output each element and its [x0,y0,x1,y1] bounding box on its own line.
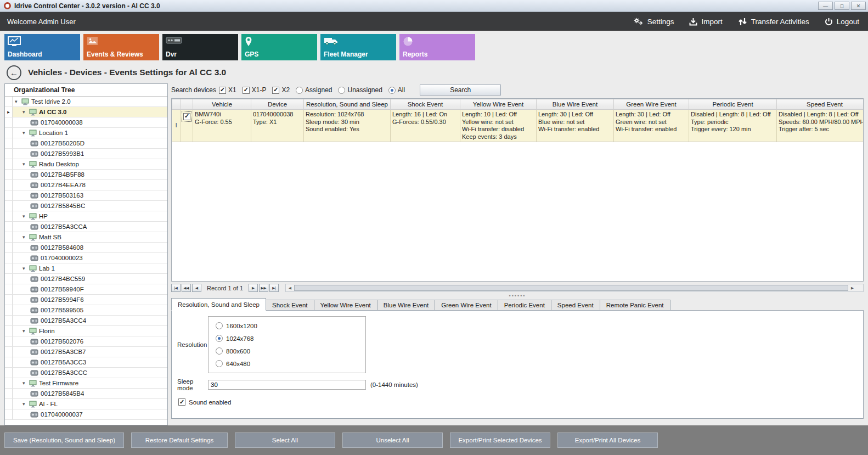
nav-tile-dashboard[interactable]: Dashboard [4,34,80,60]
nav-tile-gps[interactable]: GPS [241,34,317,60]
checkbox-x1-p[interactable] [243,87,250,94]
prev-record-button[interactable]: ◀ [192,284,201,292]
tree-node-radu-desktop[interactable]: ▾Radu Desktop [5,159,167,170]
tree-node-florin[interactable]: ▾Florin [5,326,167,336]
export-print-selected-devices-button[interactable]: Export/Print Selected Devices [450,432,550,448]
close-button[interactable]: ✕ [851,2,866,10]
table-row[interactable]: IBMW740iG-Force: 0.55017040000038Type: X… [172,110,864,142]
radio-640x480[interactable] [216,360,223,367]
assignment-filter-assigned[interactable]: Assigned [296,86,332,94]
radio-unassigned[interactable] [338,87,345,94]
column-header-shock-event[interactable]: Shock Event [391,99,460,110]
tree-node-00127b5845bc[interactable]: 00127B5845BC [5,201,167,211]
tree-node-00127b5994f6[interactable]: 00127B5994F6 [5,295,167,305]
tab-green-wire-event[interactable]: Green Wire Event [435,300,498,311]
tree-node-00127b4eea78[interactable]: 00127B4EEA78 [5,180,167,190]
tree-node-00127b5a3cc3[interactable]: 00127B5A3CC3 [5,357,167,368]
tree-node-matt-sb[interactable]: ▾Matt SB [5,232,167,243]
device-type-filter-x1[interactable]: X1 [219,86,236,94]
tree-node-00127b5a3cc4[interactable]: 00127B5A3CC4 [5,316,167,326]
tab-yellow-wire-event[interactable]: Yellow Wire Event [314,300,377,311]
scroll-left-icon[interactable]: ◀ [286,284,294,291]
sound-enabled-checkbox[interactable] [178,398,185,406]
minimize-button[interactable]: — [818,2,833,10]
row-select-cell[interactable] [181,110,193,142]
expander-icon[interactable]: ▾ [22,130,29,136]
resolution-option-800x600[interactable]: 800x600 [216,347,365,355]
tree-node-00127b584608[interactable]: 00127B584608 [5,243,167,253]
tree-node-00127b50205d[interactable]: 00127B50205D [5,138,167,149]
tab-resolution-sound-and-sleep[interactable]: Resolution, Sound and Sleep [171,298,266,311]
grid-horizontal-scrollbar[interactable]: ◀ ▶ [285,284,864,292]
tree-node-017040000037[interactable]: 017040000037 [5,409,167,420]
tree-node-017040000038[interactable]: 017040000038 [5,117,167,128]
tree-node-hp[interactable]: ▾HP [5,211,167,222]
tree-node-00127b5a3cca[interactable]: 00127B5A3CCA [5,222,167,232]
tab-speed-event[interactable]: Speed Event [551,300,600,311]
resolution-option-1600x1200[interactable]: 1600x1200 [216,322,365,329]
expander-icon[interactable]: ▾ [22,328,29,334]
expander-icon[interactable]: ▾ [22,234,29,240]
import-button[interactable]: Import [689,18,722,26]
restore-default-settings-button[interactable]: Restore Default Settings [131,432,228,448]
prev-page-button[interactable]: ◀◀ [182,284,191,292]
tree-node-00127b599505[interactable]: 00127B599505 [5,305,167,316]
settings-button[interactable]: Settings [633,17,674,26]
tab-shock-event[interactable]: Shock Event [266,300,314,311]
radio-all[interactable] [388,87,396,94]
last-record-button[interactable]: ▶| [269,284,279,292]
tree-node-test-firmware[interactable]: ▾Test Firmware [5,378,167,389]
radio-800x600[interactable] [216,347,223,355]
device-type-filter-x1-p[interactable]: X1-P [243,86,267,94]
select-all-button[interactable]: Select All [235,432,335,448]
column-header-green-wire-event[interactable]: Green Wire Event [614,99,689,110]
tree-node-location-1[interactable]: ▾Location 1 [5,128,167,138]
tree-node-00127b4bc559[interactable]: 00127B4BC559 [5,274,167,284]
column-header-yellow-wire-event[interactable]: Yellow Wire Event [460,99,537,110]
tab-periodic-event[interactable]: Periodic Event [498,300,551,311]
tree-node-00127b4b5f88[interactable]: 00127B4B5F88 [5,170,167,180]
radio-assigned[interactable] [296,87,303,94]
tab-remote-panic-event[interactable]: Remote Panic Event [600,300,670,311]
checkbox-x2[interactable] [272,87,279,94]
resolution-option-1024x768[interactable]: 1024x768 [216,335,365,342]
tree-node-00127b59940f[interactable]: 00127B59940F [5,284,167,295]
expander-icon[interactable]: ▾ [15,99,21,104]
logout-button[interactable]: Logout [825,18,859,26]
radio-1600x1200[interactable] [216,322,223,329]
column-header-speed-event[interactable]: Speed Event [777,99,864,110]
checkbox-x1[interactable] [219,87,226,94]
column-header-periodic-event[interactable]: Periodic Event [689,99,777,110]
tree-node-00127b5a3cb7[interactable]: 00127B5A3CB7 [5,347,167,357]
device-type-filter-x2[interactable]: X2 [272,86,290,94]
column-header-resolution-sound-and-sleep[interactable]: Resolution, Sound and Sleep [304,99,391,110]
save-resolution-sound-sleep-button[interactable]: Save (Resolution, Sound and Sleep) [4,432,124,448]
tree-node-00127b5993b1[interactable]: 00127B5993B1 [5,149,167,159]
column-header-vehicle[interactable]: Vehicle [193,99,251,110]
tree-node-al-cc-3-0[interactable]: ▸▾Al CC 3.0 [5,107,167,117]
radio-1024x768[interactable] [216,335,223,342]
export-print-all-devices-button[interactable]: Export/Print All Devices [557,432,658,448]
tree-node-017040000023[interactable]: 017040000023 [5,253,167,263]
tree-node-00127b503163[interactable]: 00127B503163 [5,190,167,201]
unselect-all-button[interactable]: Unselect All [342,432,443,448]
scrollbar-thumb[interactable] [294,285,848,291]
tree-node-00127b502076[interactable]: 00127B502076 [5,336,167,347]
sleep-mode-input[interactable] [208,380,366,390]
row-checkbox[interactable] [183,113,190,120]
resolution-option-640x480[interactable]: 640x480 [216,360,365,367]
nav-tile-events-reviews[interactable]: Events & Reviews [83,34,159,60]
expander-icon[interactable]: ▾ [22,214,29,219]
first-record-button[interactable]: |◀ [171,284,181,292]
tree-node-test-idrive-2-0[interactable]: ▾Test Idrive 2.0 [5,97,167,107]
tab-blue-wire-event[interactable]: Blue Wire Event [377,300,435,311]
expander-icon[interactable]: ▾ [22,401,29,407]
nav-tile-dvr[interactable]: Dvr [162,34,238,60]
expander-icon[interactable]: ▾ [22,161,29,167]
search-button[interactable]: Search [420,85,501,96]
next-page-button[interactable]: ▶▶ [259,284,268,292]
tree-node-00127b5845b4[interactable]: 00127B5845B4 [5,389,167,399]
assignment-filter-unassigned[interactable]: Unassigned [338,86,382,94]
tree-node-00127b5a3ccc[interactable]: 00127B5A3CCC [5,368,167,378]
splitter-handle[interactable]: •••••• [171,293,864,298]
